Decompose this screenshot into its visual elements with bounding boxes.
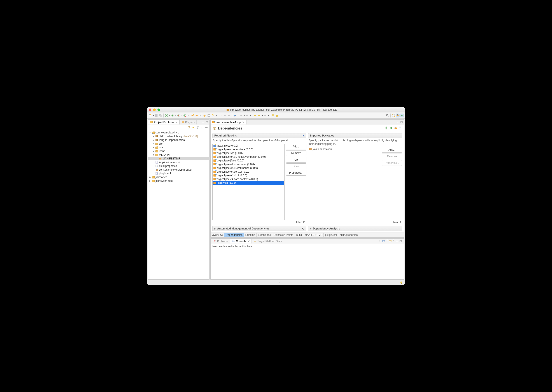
list-item[interactable]: org.eclipse.e4.ui.model.workbench (0.0.0… [213,155,284,159]
editor-page-tab[interactable]: Overview [211,233,224,237]
dependency-analysis-section[interactable]: ▶ Dependency Analysis [308,226,402,231]
editor-page-tab[interactable]: Runtime [244,233,257,237]
debug-icon[interactable] [389,126,393,130]
project-tree[interactable]: ▼com.example.e4.rcp▶JRE System Library [… [148,130,209,279]
disclosure-triangle-icon[interactable]: ▶ [152,150,155,152]
required-plugins-list[interactable]: javax.inject (0.0.0)org.eclipse.core.run… [212,144,284,220]
list-item[interactable]: org.eclipse.e4.core.di (0.0.0) [213,170,284,174]
remove-button[interactable]: Remove [382,154,402,159]
run-button[interactable] [171,113,174,118]
minimize-view-button[interactable] [395,240,398,243]
maximize-button[interactable] [158,109,160,111]
toggle-breadcrumb-button[interactable] [219,113,223,118]
disclosure-triangle-icon[interactable]: ▼ [152,154,155,156]
close-button[interactable] [149,109,151,111]
dropdown-arrow-icon[interactable] [200,115,201,116]
automated-mgmt-section[interactable]: ▶ Automated Management of Dependencies ↓… [212,226,306,231]
dropdown-arrow-icon[interactable] [393,240,394,243]
run-icon[interactable] [385,126,389,130]
open-console-button[interactable] [389,240,392,243]
tag-button[interactable] [275,113,279,118]
add-button[interactable]: Add... [286,144,306,149]
tree-item[interactable]: plugin.xml [148,171,209,175]
tree-item[interactable]: ▶src [148,142,209,146]
tree-item[interactable]: Application.e4xmi [148,160,209,164]
dropdown-arrow-icon[interactable] [175,115,177,116]
tree-item[interactable]: ▶icons [148,149,209,153]
last-edit-button[interactable] [253,113,257,118]
tree-item[interactable]: ▶JRE System Library [JavaSE-1.8] [148,134,209,138]
disclosure-triangle-icon[interactable]: ▶ [149,180,151,182]
add-button[interactable]: Add... [382,147,402,153]
maximize-view-button[interactable] [399,240,402,243]
link-editor-button[interactable] [192,126,195,129]
properties-button[interactable]: Properties... [382,160,402,166]
tree-item[interactable]: MANIFEST.MF [148,157,209,160]
disclosure-triangle-icon[interactable]: ▼ [149,132,151,134]
search-button[interactable] [211,113,215,118]
list-item[interactable]: org.eclipse.core.runtime (0.0.0) [213,148,284,151]
collapse-all-button[interactable] [187,126,191,129]
list-item[interactable]: org.eclipse.e4.ui.services (0.0.0) [213,162,284,166]
tree-item[interactable]: ▶jxbrowser-mac [148,179,209,183]
skip-breakpoints-button[interactable] [233,113,237,118]
console-tab[interactable]: Target Platform State [252,239,284,244]
list-item[interactable]: org.eclipse.e4.core.contexts (0.0.0) [213,177,284,181]
open-perspective-button[interactable] [392,113,395,118]
list-item[interactable]: org.eclipse.swt (0.0.0) [213,151,284,155]
dropdown-arrow-icon[interactable] [169,115,170,116]
pin-editor-button[interactable] [271,113,275,118]
open-task-button[interactable] [207,113,211,118]
editor-page-tab[interactable]: Dependencies [224,233,244,237]
maximize-editor-button[interactable] [400,121,403,124]
editor-page-tab[interactable]: MANIFEST.MF [303,233,324,237]
disclosure-triangle-icon[interactable]: ▶ [152,143,155,145]
debug-button[interactable] [165,113,168,118]
open-type-button[interactable] [203,113,207,118]
console-tab[interactable]: Console✕ [230,239,252,244]
tree-item[interactable]: com.example.e4.rcp.product [148,168,209,171]
up-button[interactable]: Up [286,157,306,162]
tree-item[interactable]: ▼com.example.e4.rcp [148,131,209,134]
list-item[interactable]: org.eclipse.e4.ui.di (0.0.0) [213,174,284,177]
open-plugin-button[interactable] [195,113,199,118]
display-console-button[interactable] [382,240,385,243]
disclosure-triangle-icon[interactable]: ▶ [152,139,155,141]
disclosure-triangle-icon[interactable]: ▶ [152,146,155,148]
dropdown-arrow-icon[interactable] [268,115,269,116]
maximize-view-button[interactable] [205,121,208,124]
back-button[interactable] [257,113,261,118]
editor-page-tab[interactable]: build.properties [338,233,359,237]
list-item[interactable]: org.eclipse.jface (0.0.0) [213,159,284,162]
toggle-marks-button[interactable] [223,113,227,118]
dropdown-arrow-icon[interactable] [386,240,388,243]
sort-icon[interactable]: ↓az [302,134,304,137]
export-icon[interactable] [394,126,397,130]
minimize-view-button[interactable] [201,121,205,124]
editor-page-tab[interactable]: Extensions [256,233,272,237]
forward-button[interactable] [263,113,267,118]
dropdown-arrow-icon[interactable] [250,115,251,116]
minimize-button[interactable] [153,109,156,111]
debug-perspective-button[interactable] [400,113,404,118]
close-icon[interactable]: ✕ [242,121,244,124]
dropdown-arrow-icon[interactable] [262,115,263,116]
imported-packages-header[interactable]: Imported Packages [308,133,402,138]
run-last-button[interactable] [183,113,187,118]
list-item[interactable]: org.eclipse.e4.ui.workbench (0.0.0) [213,166,284,170]
filter-button[interactable] [196,126,199,129]
down-button[interactable]: Down [286,163,306,169]
minimize-editor-button[interactable] [396,121,399,124]
new-plugin-button[interactable] [191,113,195,118]
dropdown-arrow-icon[interactable] [216,115,217,116]
save-button[interactable] [154,113,158,118]
dropdown-arrow-icon[interactable] [244,115,245,116]
tree-item[interactable]: ▶css [148,146,209,149]
coverage-button[interactable] [177,113,181,118]
view-tab[interactable]: Project Explorer✕ [148,120,179,125]
new-button[interactable] [148,113,152,118]
tip-bulb-icon[interactable] [400,281,403,284]
tree-item[interactable]: ▶jxbrowser [148,175,209,179]
list-item[interactable]: javax.annotation [308,147,380,151]
editor-page-tab[interactable]: Build [295,233,304,237]
